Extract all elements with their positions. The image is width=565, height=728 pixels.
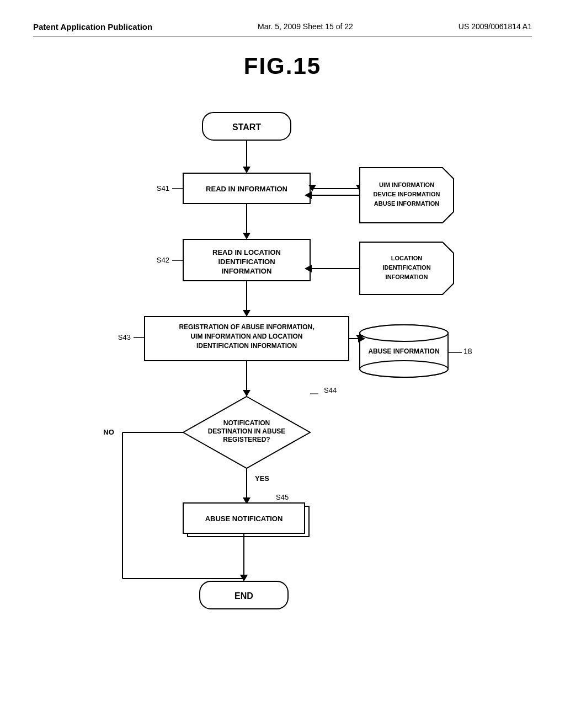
svg-text:REGISTRATION OF ABUSE INFORMAT: REGISTRATION OF ABUSE INFORMATION, (179, 323, 314, 331)
figure-title: FIG.15 (33, 53, 532, 79)
svg-text:READ IN INFORMATION: READ IN INFORMATION (206, 185, 287, 193)
header: Patent Application Publication Mar. 5, 2… (33, 22, 532, 36)
svg-point-73 (360, 361, 448, 377)
svg-text:S45: S45 (276, 493, 289, 501)
svg-text:NOTIFICATION: NOTIFICATION (223, 419, 270, 427)
svg-marker-3 (243, 167, 250, 173)
svg-text:DESTINATION IN ABUSE: DESTINATION IN ABUSE (208, 427, 286, 435)
svg-text:ABUSE INFORMATION: ABUSE INFORMATION (374, 200, 439, 207)
svg-text:READ IN LOCATION: READ IN LOCATION (212, 248, 281, 256)
svg-marker-17 (243, 310, 250, 317)
svg-text:IDENTIFICATION INFORMATION: IDENTIFICATION INFORMATION (196, 342, 297, 350)
svg-text:S44: S44 (324, 386, 337, 394)
svg-text:IDENTIFICATION: IDENTIFICATION (382, 264, 430, 271)
svg-text:YES: YES (255, 474, 269, 483)
svg-marker-9 (243, 233, 250, 239)
svg-text:ABUSE NOTIFICATION: ABUSE NOTIFICATION (205, 515, 283, 523)
svg-text:UIM INFORMATION AND LOCATION: UIM INFORMATION AND LOCATION (190, 333, 302, 340)
page: Patent Application Publication Mar. 5, 2… (0, 0, 565, 728)
svg-text:NO: NO (103, 428, 114, 436)
svg-point-71 (360, 325, 448, 341)
svg-text:REGISTERED?: REGISTERED? (223, 436, 270, 443)
svg-text:S43: S43 (118, 333, 131, 341)
svg-text:S42: S42 (157, 256, 169, 264)
svg-text:START: START (232, 122, 261, 132)
svg-text:ABUSE INFORMATION: ABUSE INFORMATION (368, 347, 439, 355)
publication-label: Patent Application Publication (33, 22, 152, 31)
date-sheet-label: Mar. 5, 2009 Sheet 15 of 22 (258, 22, 353, 31)
patent-number-label: US 2009/0061814 A1 (459, 22, 532, 31)
svg-text:18: 18 (463, 347, 472, 356)
svg-marker-25 (243, 390, 250, 397)
svg-text:INFORMATION: INFORMATION (222, 267, 272, 275)
svg-text:IDENTIFICATION: IDENTIFICATION (218, 258, 275, 266)
svg-text:END: END (234, 591, 253, 601)
flowchart: START READ IN INFORMATION S41 READ IN LO… (67, 107, 498, 642)
svg-text:INFORMATION: INFORMATION (386, 274, 428, 280)
svg-text:LOCATION: LOCATION (391, 255, 423, 261)
svg-text:DEVICE INFORMATION: DEVICE INFORMATION (374, 191, 440, 197)
svg-text:S41: S41 (157, 184, 169, 192)
svg-text:UIM INFORMATION: UIM INFORMATION (379, 181, 434, 188)
